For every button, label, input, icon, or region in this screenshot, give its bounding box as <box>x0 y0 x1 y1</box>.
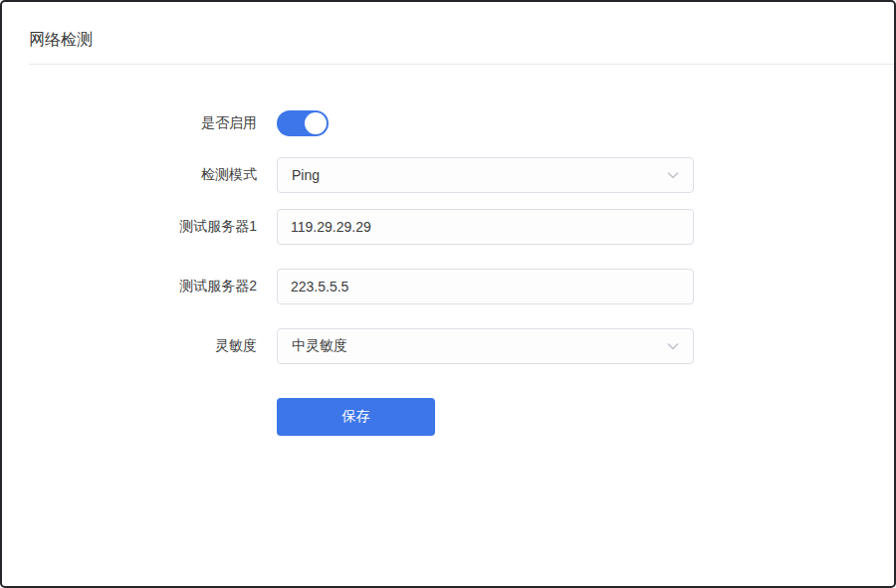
network-detection-page: 网络检测 是否启用 检测模式 Ping <box>0 0 896 588</box>
page-header: 网络检测 <box>2 2 894 64</box>
sensitivity-label: 灵敏度 <box>2 337 257 355</box>
form-row-enable: 是否启用 <box>2 110 894 136</box>
server1-input[interactable] <box>277 209 694 245</box>
mode-select[interactable]: Ping <box>277 157 694 193</box>
mode-control: Ping <box>277 157 694 193</box>
form-row-server2: 测试服务器2 <box>2 269 894 304</box>
mode-select-value: Ping <box>292 167 320 183</box>
save-button[interactable]: 保存 <box>277 398 435 436</box>
form-row-server1: 测试服务器1 <box>2 209 894 245</box>
server1-label: 测试服务器1 <box>2 218 257 236</box>
network-detection-form: 是否启用 检测模式 Ping 测试服 <box>2 65 894 436</box>
sensitivity-select[interactable]: 中灵敏度 <box>277 328 694 364</box>
server2-control <box>277 269 694 304</box>
enable-label: 是否启用 <box>2 114 257 132</box>
chevron-down-icon <box>666 168 680 182</box>
server2-label: 测试服务器2 <box>2 278 257 295</box>
chevron-down-icon <box>666 339 680 353</box>
page-title: 网络检测 <box>29 29 867 51</box>
enable-toggle[interactable] <box>277 110 329 136</box>
mode-label: 检测模式 <box>2 166 257 184</box>
enable-control <box>277 110 329 136</box>
sensitivity-control: 中灵敏度 <box>277 328 694 364</box>
sensitivity-select-value: 中灵敏度 <box>292 337 347 355</box>
form-row-sensitivity: 灵敏度 中灵敏度 <box>2 328 894 364</box>
server2-input[interactable] <box>277 269 694 304</box>
server1-control <box>277 209 694 245</box>
form-row-mode: 检测模式 Ping <box>2 157 894 193</box>
toggle-knob <box>305 112 327 134</box>
